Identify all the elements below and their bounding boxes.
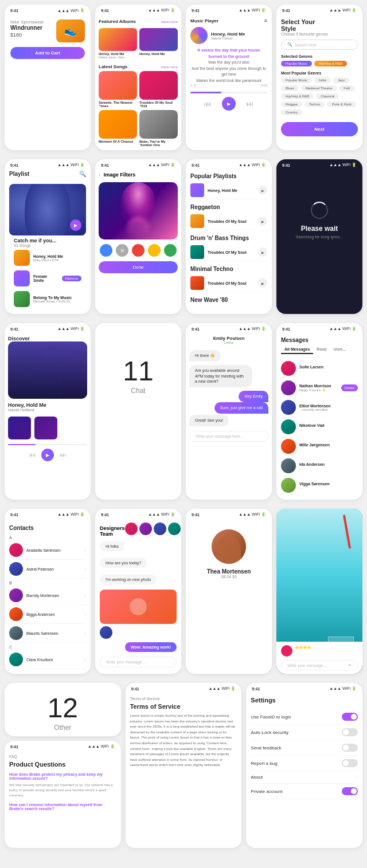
contact-bigga[interactable]: Bigga Andersen ›	[9, 605, 86, 624]
mp-song-title: Honey, Hold Me	[211, 32, 245, 37]
contact-blaurits[interactable]: Blaurits Sørensen ›	[9, 624, 86, 643]
contact-anabella[interactable]: Anabella Sørensen ›	[9, 541, 86, 560]
msg-name-1: Sofie Larsen	[299, 365, 358, 369]
mp-icon: ≡	[264, 18, 267, 23]
faq-a1: We take security and privacy are importa…	[9, 783, 116, 798]
play-button[interactable]: ▶	[222, 97, 236, 111]
playlist-search-icon[interactable]: 🔍	[79, 171, 86, 177]
discover2-progress[interactable]	[8, 444, 87, 445]
settings-status-bar: 9:41 ▲▲▲ WiFi 🔋	[246, 683, 362, 692]
cg-avatar-2	[139, 523, 152, 535]
chat-msg-5: Great! See you!	[189, 414, 268, 426]
jellyfish-tentacles	[127, 217, 150, 239]
playlist-play-overlay[interactable]: ▶	[70, 219, 81, 231]
color-green[interactable]	[164, 244, 177, 257]
faq-q2[interactable]: How can I remove information about mysel…	[9, 803, 116, 811]
discover2-header: Discover	[8, 336, 87, 341]
genre-classical[interactable]: Classical	[316, 93, 339, 99]
other-card: 12 Other	[5, 683, 121, 736]
faq-q1[interactable]: How does Brake protect my privacy and ke…	[9, 772, 116, 780]
playlist-play-4[interactable]: ▶	[258, 278, 267, 288]
profile-avatar	[212, 529, 246, 564]
genre-medieval[interactable]: Medieval Theatre	[301, 85, 337, 91]
add-to-cart-button[interactable]: Add to Cart	[10, 47, 85, 59]
prev-button[interactable]: ⏮	[199, 99, 216, 108]
chat-group-status-bar: 9:41 ▲▲▲ WiFi 🔋	[95, 509, 181, 518]
toggle-autolock[interactable]	[342, 728, 358, 736]
discover2-play[interactable]: ▶	[41, 449, 54, 461]
genre-country[interactable]: Country	[281, 109, 302, 115]
cg-avatar-4	[168, 523, 181, 535]
contact-astrid[interactable]: Astrid Petersen ›	[9, 560, 86, 579]
msg-avatar-4	[281, 419, 296, 434]
tab-unread[interactable]: Unre...	[330, 345, 349, 354]
drink-input[interactable]: Write your message... ➤	[281, 660, 358, 670]
contact-clara[interactable]: Clara Knudsen ›	[9, 650, 86, 669]
playlist-play-3[interactable]: ▶	[258, 248, 267, 257]
genre-punk[interactable]: Punk & Rock	[327, 101, 356, 107]
color-red[interactable]	[132, 244, 145, 257]
mp-progress-bar[interactable]	[190, 92, 267, 93]
messages-title: Messages	[281, 337, 358, 343]
toggle-feedback[interactable]	[342, 744, 358, 752]
music-player-card: 9:41 ▲▲▲ WiFi 🔋 Music Player ≡ Honey, Ho…	[186, 5, 272, 150]
toggle-faceid[interactable]	[342, 713, 358, 721]
cg-msg-group-3: I'm working on new photo	[100, 573, 177, 586]
show-more-link[interactable]: show more	[161, 20, 178, 23]
setting-autolock: Auto-Lock security	[251, 725, 358, 740]
filters-title: Image Filters	[104, 172, 136, 178]
playlist-art-2	[190, 214, 204, 228]
contacts-status-bar: 9:41 ▲▲▲ WiFi 🔋	[5, 509, 91, 518]
playlist-play-1[interactable]: ▶	[258, 186, 267, 195]
genre-hiphop[interactable]: Hip/Hop & R&B	[281, 93, 314, 99]
mp-progress-fill	[190, 92, 221, 93]
wait-subtitle: Searching for song lyrics...	[296, 235, 343, 239]
song-item-2: Female Smile Remove	[9, 268, 86, 289]
remove-button[interactable]: Remove	[62, 276, 81, 281]
song-item-3: Belong To My Music Michael Jones • 3:06:…	[9, 289, 86, 309]
toggle-bug[interactable]	[342, 759, 358, 767]
genre-folk[interactable]: Folk	[339, 85, 354, 91]
contact-name-2: Astrid Petersen	[26, 567, 81, 571]
contact-arrow-6: ›	[84, 657, 86, 662]
back-chevron[interactable]: ‹	[99, 172, 100, 178]
show-more-songs[interactable]: show more	[161, 65, 178, 69]
genre-tag-popular[interactable]: Popular Music	[281, 61, 312, 66]
playlist-header: Playlist 🔍	[5, 168, 91, 179]
playlist-play-2[interactable]: ▶	[258, 217, 267, 226]
genre-tag-hiphop[interactable]: Hip/Hop & R&B	[314, 61, 347, 66]
chat-group-header: Designers Team	[100, 523, 177, 540]
tab-read[interactable]: Read	[313, 345, 330, 354]
msg-preview-3: ...recently enrolled	[299, 408, 358, 411]
next-button-style[interactable]: Next	[281, 122, 358, 136]
next-button[interactable]: ⏭	[241, 99, 259, 108]
delete-button-2[interactable]: Delete	[341, 384, 358, 391]
tab-all-messages[interactable]: All Messages	[281, 345, 313, 354]
done-button[interactable]: Done	[99, 261, 178, 273]
genre-reggae[interactable]: Reggae	[281, 101, 302, 107]
msg-name-5: Mille Jørgensen	[299, 443, 358, 447]
cg-input[interactable]: Write your message...	[100, 657, 177, 667]
msg-info-7: Vigga Sørensen ...	[299, 482, 358, 489]
genre-techno[interactable]: Techno	[304, 101, 325, 107]
cg-bubble-3: I'm working on new photo	[100, 575, 157, 584]
contact-barndy[interactable]: Barndy Mortensen ›	[9, 586, 86, 605]
selected-genres-title: Selected Genres	[281, 54, 358, 58]
discover-card: 9:41 ▲▲▲ WiFi 🔋 Featured Albums show mor…	[95, 5, 181, 150]
genre-jazz[interactable]: Jazz	[333, 77, 349, 83]
contact-avatar-6	[9, 653, 23, 666]
genre-blues[interactable]: Blues	[281, 85, 299, 91]
color-yellow[interactable]	[148, 244, 161, 257]
color-x[interactable]: ✕	[116, 244, 128, 257]
discover2-prev[interactable]: ⏮	[29, 451, 36, 459]
msg-info-5: Mille Jørgensen ...	[299, 443, 358, 450]
genre-indie[interactable]: Indie	[314, 77, 331, 83]
drink-send-icon[interactable]: ➤	[348, 663, 352, 667]
style-search-box[interactable]: 🔍 Search here	[281, 40, 358, 50]
chat-input[interactable]: Write your message here...	[189, 431, 268, 442]
color-blue[interactable]	[100, 244, 112, 257]
toggle-private[interactable]	[342, 787, 358, 795]
genre-popular-music[interactable]: Popular Music	[281, 77, 312, 83]
settings-content: Settings Use FaceID to login Auto-Lock s…	[246, 692, 362, 804]
discover2-next[interactable]: ⏭	[60, 451, 67, 459]
